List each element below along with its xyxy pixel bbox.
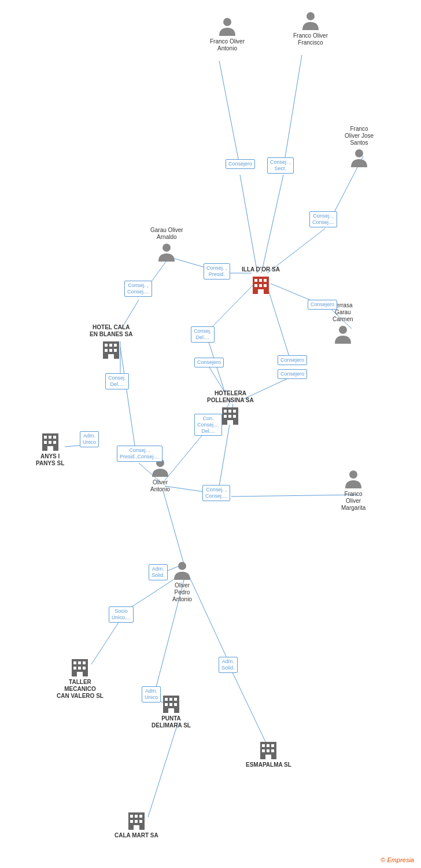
person-label: Garau OliverArnaldo	[150, 227, 183, 241]
svg-rect-54	[114, 344, 117, 347]
person-label: OliverAntonio	[150, 479, 170, 493]
svg-rect-77	[78, 661, 81, 664]
svg-rect-47	[254, 284, 257, 287]
svg-rect-88	[169, 703, 172, 706]
building-icon	[220, 405, 241, 426]
role-badge-r11[interactable]: Consej.Del....	[105, 373, 129, 389]
svg-rect-103	[130, 820, 133, 823]
role-badge-r12[interactable]: Adm.Unico	[80, 431, 99, 447]
person-icon	[173, 560, 191, 581]
role-badge-r8[interactable]: Consejero	[194, 358, 224, 367]
svg-rect-61	[228, 410, 231, 413]
svg-rect-90	[168, 708, 174, 713]
footer-brand: Empresia	[387, 856, 414, 863]
svg-rect-84	[165, 698, 168, 701]
svg-rect-76	[73, 661, 76, 664]
svg-rect-70	[53, 436, 56, 439]
role-badge-r3[interactable]: Consej. ,Consej....	[309, 211, 337, 227]
svg-point-35	[223, 18, 231, 26]
person-franco-francisco: Franco Oliver Francisco	[285, 10, 337, 46]
role-badge-r18[interactable]: Adm.Unico	[142, 686, 161, 703]
svg-rect-72	[49, 441, 51, 444]
svg-rect-101	[135, 815, 138, 818]
svg-line-15	[267, 286, 290, 360]
svg-rect-74	[47, 446, 53, 451]
svg-point-39	[339, 326, 347, 334]
svg-rect-52	[105, 344, 108, 347]
role-badge-r10[interactable]: Consejero	[278, 369, 307, 379]
company-label: PUNTADELIMARA SL	[152, 715, 191, 729]
svg-line-3	[240, 175, 257, 273]
svg-line-25	[163, 491, 184, 564]
svg-rect-50	[258, 289, 264, 294]
svg-rect-92	[262, 744, 265, 747]
building-icon	[40, 431, 61, 452]
person-icon	[350, 148, 368, 168]
role-badge-r15[interactable]: Consej. ,Consej....	[202, 485, 230, 501]
svg-rect-69	[49, 436, 51, 439]
role-badge-r16[interactable]: Adm.Solid.	[149, 564, 168, 580]
footer: © Empresia	[381, 856, 414, 863]
svg-rect-45	[259, 279, 262, 282]
svg-rect-80	[78, 667, 81, 670]
svg-rect-89	[174, 703, 177, 706]
person-franco-antonio: Franco Oliver Antonio	[201, 16, 253, 52]
role-badge-r2[interactable]: Consej. ,Sect.	[267, 157, 294, 174]
company-label: ESMAPALMA SL	[246, 762, 291, 768]
person-label: FrancoOliver JoseSantos	[345, 126, 374, 146]
person-garau-arnaldo: Garau OliverArnaldo	[150, 226, 183, 263]
company-label: CALA MART SA	[115, 832, 158, 839]
person-icon	[301, 10, 320, 31]
svg-line-34	[148, 722, 178, 817]
company-taller-mecanico: TALLERMECANICOCAN VALERO SL	[57, 657, 104, 700]
svg-rect-95	[262, 749, 265, 752]
company-hotel-cala: HOTEL CALAEN BLANES SA	[90, 323, 132, 360]
svg-rect-73	[53, 441, 56, 444]
person-franco-margarita: FrancoOliverMargarita	[341, 469, 365, 512]
svg-rect-102	[139, 815, 142, 818]
svg-line-33	[190, 578, 229, 663]
svg-rect-58	[108, 354, 114, 359]
svg-point-38	[163, 244, 171, 252]
person-oliver-antonio: OliverAntonio	[150, 457, 170, 493]
svg-rect-56	[109, 349, 112, 352]
svg-rect-97	[271, 749, 274, 752]
svg-rect-49	[264, 284, 267, 287]
svg-rect-98	[265, 755, 271, 759]
person-icon	[334, 324, 352, 345]
role-badge-r13[interactable]: Consej. ,Presid.,Consej....	[117, 446, 163, 462]
role-badge-r6[interactable]: Consejero	[308, 300, 337, 310]
svg-rect-46	[264, 279, 267, 282]
role-badge-r19[interactable]: Adm.Solid.	[219, 657, 238, 673]
svg-line-32	[231, 670, 267, 745]
svg-rect-78	[83, 661, 86, 664]
role-badge-r5[interactable]: Consej. ,Consej....	[124, 281, 152, 297]
role-badge-r14[interactable]: Con.Consej....Del....	[194, 414, 222, 436]
svg-rect-94	[271, 744, 274, 747]
svg-line-4	[261, 175, 283, 273]
role-badge-r9[interactable]: Consejero	[278, 355, 307, 365]
building-icon	[161, 693, 182, 714]
company-label: HOTELERAPOLLENSINA SA	[207, 390, 254, 404]
svg-rect-96	[267, 749, 269, 752]
person-franco-santos: FrancoOliver JoseSantos	[345, 124, 374, 168]
role-badge-r7[interactable]: Consej.Del....	[191, 326, 215, 343]
building-icon	[69, 657, 90, 678]
svg-rect-87	[165, 703, 168, 706]
svg-rect-71	[44, 441, 47, 444]
svg-rect-82	[77, 672, 83, 676]
svg-line-1	[283, 55, 302, 168]
company-cala-mart: CALA MART SA	[115, 810, 158, 839]
svg-rect-64	[228, 415, 231, 418]
svg-rect-55	[105, 349, 108, 352]
company-esmapalma: ESMAPALMA SL	[246, 740, 291, 768]
role-badge-r1[interactable]: Consejero	[226, 159, 255, 169]
company-villa-dor: ILLA D'OR SA	[242, 265, 280, 295]
svg-point-42	[178, 562, 186, 570]
svg-point-37	[355, 149, 363, 157]
role-badge-r4[interactable]: Consej. ,Presid.	[204, 263, 230, 279]
svg-rect-104	[135, 820, 138, 823]
role-badge-r17[interactable]: SocioÚnico,...	[109, 606, 134, 623]
svg-rect-48	[259, 284, 262, 287]
building-icon	[250, 274, 271, 295]
